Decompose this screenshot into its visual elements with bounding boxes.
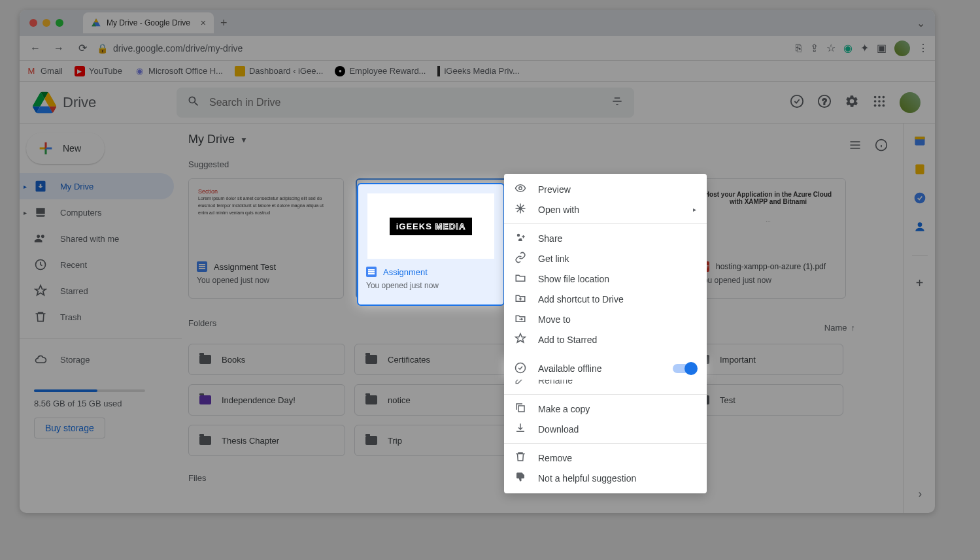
folder-item[interactable]: Important	[686, 344, 843, 375]
calendar-icon[interactable]	[913, 134, 926, 150]
new-tab-button[interactable]: +	[220, 16, 228, 30]
ctx-openwith[interactable]: Open with▸	[504, 199, 707, 220]
star-icon	[34, 284, 47, 297]
folder-item[interactable]: Thesis Chapter	[188, 425, 345, 456]
close-tab-icon[interactable]: ×	[201, 18, 206, 28]
folder-icon	[365, 436, 377, 445]
sidebar-item-mydrive[interactable]: ▸ My Drive	[20, 173, 174, 199]
profile-avatar-icon[interactable]	[894, 41, 910, 56]
offline-toggle[interactable]	[673, 364, 696, 373]
svg-point-19	[519, 187, 522, 190]
ctx-nothelpful[interactable]: Not a helpful suggestion	[504, 468, 707, 488]
storage-text: 8.56 GB of 15 GB used	[34, 399, 167, 408]
minimize-icon[interactable]	[42, 19, 50, 27]
ctx-remove[interactable]: Remove	[504, 448, 707, 468]
eye-icon	[515, 182, 528, 196]
side-panel-collapse-icon[interactable]: ›	[919, 488, 922, 500]
tasks-icon[interactable]	[913, 191, 926, 207]
ctx-share[interactable]: Share	[504, 228, 707, 248]
extensions-icon[interactable]: ✦	[860, 42, 869, 54]
folder-item[interactable]: Certificates	[354, 344, 511, 375]
forward-button[interactable]: →	[50, 39, 68, 58]
breadcrumb[interactable]: My Drive ▼	[188, 133, 248, 146]
offline-ready-icon[interactable]	[790, 94, 804, 111]
ctx-star[interactable]: Add to Starred	[504, 329, 707, 350]
list-view-icon[interactable]	[849, 139, 862, 154]
folder-item[interactable]: Trip	[354, 425, 511, 456]
settings-icon[interactable]	[845, 94, 859, 111]
close-icon[interactable]	[29, 19, 37, 27]
grammarly-icon[interactable]: ◉	[843, 42, 853, 54]
ctx-shortcut[interactable]: Add shortcut to Drive	[504, 289, 707, 309]
maximize-icon[interactable]	[56, 19, 63, 27]
separator	[504, 394, 707, 395]
share-url-icon[interactable]: ⇪	[810, 42, 819, 54]
sidebar-item-storage[interactable]: Storage	[20, 346, 174, 372]
search-filter-icon[interactable]	[611, 95, 624, 110]
browser-tab[interactable]: My Drive - Google Drive ×	[83, 12, 214, 33]
new-button[interactable]: New	[26, 133, 105, 164]
drive-logo[interactable]: Drive	[26, 91, 177, 114]
svg-point-6	[874, 100, 877, 103]
suggested-card[interactable]: Section Lorem ipsum dolor sit amet conse…	[188, 178, 344, 299]
back-button[interactable]: ←	[26, 39, 44, 58]
bookmark-gmail[interactable]: MGmail	[26, 66, 63, 76]
highlighted-card[interactable]: iGEEKS MEDIA Assignment You opened just …	[357, 183, 505, 306]
bookmark-msoffice[interactable]: ◉Microsoft Office H...	[134, 66, 223, 76]
sidebar-item-trash[interactable]: Trash	[20, 304, 174, 330]
ctx-preview[interactable]: Preview	[504, 179, 707, 199]
chevron-down-icon: ▼	[240, 135, 248, 144]
ctx-moveto[interactable]: Move to	[504, 309, 707, 329]
sidebar-item-shared[interactable]: Shared with me	[20, 225, 174, 252]
sort-header[interactable]: Name ↑	[824, 323, 855, 333]
sidebar-icon[interactable]: ▣	[877, 42, 887, 54]
chevron-right-icon: ▸	[693, 206, 696, 213]
install-icon[interactable]: ⎘	[796, 42, 802, 54]
reload-button[interactable]: ⟳	[73, 39, 92, 58]
search-box[interactable]	[177, 88, 634, 118]
add-app-icon[interactable]: +	[916, 276, 924, 291]
folder-item[interactable]: Books	[188, 344, 345, 375]
folder-item[interactable]: Test	[686, 384, 843, 416]
chevron-right-icon[interactable]: ▸	[24, 209, 27, 216]
url-actions: ⎘ ⇪ ☆ ◉ ✦ ▣ ⋮	[796, 41, 928, 56]
account-avatar[interactable]	[900, 92, 921, 113]
contacts-icon[interactable]	[913, 220, 926, 236]
doc-thumbnail: iGEEKS MEDIA	[367, 193, 494, 259]
drive-header: Drive ?	[20, 82, 935, 124]
url-field[interactable]: 🔒 drive.google.com/drive/my-drive	[97, 43, 790, 54]
sidebar: New ▸ My Drive ▸ Computers Shared with m…	[20, 124, 182, 513]
search-input[interactable]	[209, 97, 601, 108]
apps-grid-icon[interactable]	[872, 94, 887, 111]
suggested-label: Suggested	[188, 159, 894, 169]
ctx-showlocation[interactable]: Show file location	[504, 269, 707, 289]
bookmark-dashboard[interactable]: Dashboard ‹ iGee...	[235, 66, 323, 76]
folder-item[interactable]: notice	[354, 384, 511, 416]
ctx-download[interactable]: Download	[504, 419, 707, 439]
bookmark-icon[interactable]: ☆	[826, 42, 836, 54]
sidebar-item-recent[interactable]: Recent	[20, 252, 174, 278]
kebab-menu-icon[interactable]: ⋮	[918, 42, 928, 54]
keep-icon[interactable]	[913, 163, 926, 178]
buy-storage-button[interactable]: Buy storage	[34, 418, 105, 438]
sidebar-item-starred[interactable]: Starred	[20, 278, 174, 304]
ctx-getlink[interactable]: Get link	[504, 248, 707, 269]
ctx-offline-highlighted[interactable]: Available offline	[504, 357, 707, 380]
chevron-right-icon[interactable]: ▸	[24, 183, 27, 190]
pdf-thumbnail: Host your Application in the Azure Cloud…	[691, 179, 845, 254]
address-bar: ← → ⟳ 🔒 drive.google.com/drive/my-drive …	[20, 36, 935, 61]
ctx-copy[interactable]: Make a copy	[504, 399, 707, 419]
bookmark-youtube[interactable]: ▶YouTube	[75, 66, 122, 76]
tabs-expand-icon[interactable]: ⌄	[917, 17, 925, 29]
svg-point-8	[883, 100, 885, 103]
svg-rect-16	[915, 165, 924, 174]
context-menu: Preview Open with▸ Share Get link Show f…	[504, 174, 707, 493]
info-icon[interactable]	[875, 139, 888, 154]
help-icon[interactable]: ?	[817, 94, 832, 111]
bookmark-employee[interactable]: ●Employee Reward...	[335, 66, 426, 76]
bookmark-igeeks[interactable]: iGeeks Media Priv...	[437, 66, 519, 76]
folder-item[interactable]: Independence Day!	[188, 384, 345, 416]
suggested-card[interactable]: Host your Application in the Azure Cloud…	[690, 178, 846, 299]
sidebar-item-computers[interactable]: ▸ Computers	[20, 199, 174, 225]
docs-icon	[366, 267, 377, 277]
